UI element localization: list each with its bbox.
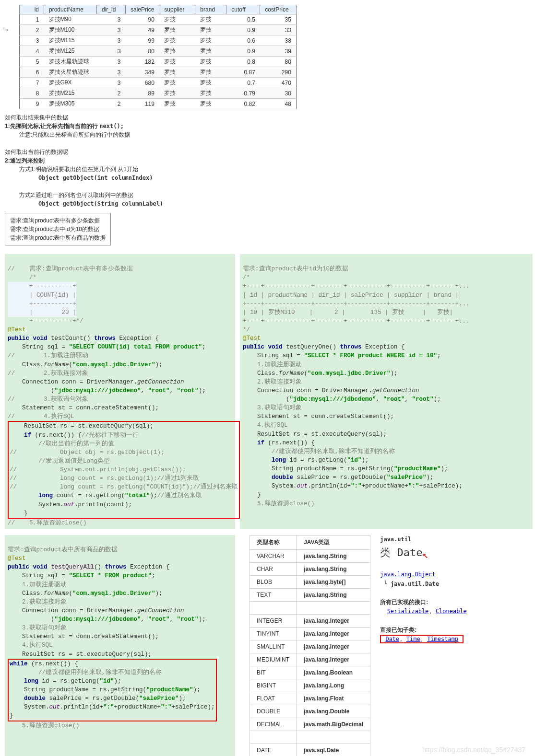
note-a1-prefix: 1:先挪到光标,让光标先指向当前的行 [5, 123, 99, 129]
table-row: 8罗技M215289罗技罗技0.7930 [20, 88, 297, 99]
type-row: BLOBjava.lang.byte[] [250, 575, 370, 588]
table-cell: 680 [126, 78, 159, 88]
table-cell: 罗技 [159, 99, 195, 109]
table-row: 3罗技M115399罗技罗技0.638 [20, 35, 297, 46]
type-cell: BLOB [250, 575, 297, 588]
method2-label: 方式2:通过唯一的列名也可以取出列中的数据 [19, 191, 530, 199]
type-cell [250, 731, 297, 744]
next-signature: next(); [99, 123, 124, 129]
table-cell: 罗技 [159, 14, 195, 25]
type-cell: DOUBLE [250, 705, 297, 718]
type-cell: java.lang.Integer [297, 614, 370, 627]
javadoc-subclass-box: Date, Time, Timestamp [380, 635, 464, 643]
code-block-testqueryall: 需求:查询product表中所有商品的数据 @Test public void … [5, 535, 235, 756]
table-cell: 罗技 [159, 25, 195, 35]
table-cell: 89 [126, 88, 159, 99]
table-header: brand [195, 5, 226, 14]
table-cell: 90 [126, 14, 159, 25]
type-row: TINYINTjava.lang.Integer [250, 627, 370, 640]
javadoc-pkg: java.util [380, 536, 411, 543]
javadoc-subclass-header: 直接已知子类: [380, 627, 416, 633]
type-row: SMALLINTjava.lang.Integer [250, 640, 370, 653]
link-cloneable[interactable]: Cloneable [436, 608, 467, 615]
type-cell: java.lang.String [297, 549, 370, 562]
type-cell: java.sql.Date [297, 744, 370, 756]
type-col-sql: 类型名称 [250, 535, 297, 549]
type-row: CHARjava.lang.String [250, 562, 370, 575]
type-cell: SMALLINT [250, 640, 297, 653]
method1-sig: Object getObject(int columnIndex) [38, 174, 530, 182]
type-row: BITjava.lang.Boolean [250, 666, 370, 679]
table-cell: 3 [97, 46, 126, 57]
table-cell: 8 [20, 88, 44, 99]
type-row: VARCHARjava.lang.String [250, 549, 370, 562]
highlighted-while-block: while (rs.next()) { //建议都使用列名来取,除非不知道列的名… [8, 659, 217, 721]
type-cell: VARCHAR [250, 549, 297, 562]
table-cell: 罗技 [195, 35, 226, 46]
table-cell: 罗技M125 [44, 46, 97, 57]
table-cell: 0.6 [226, 35, 260, 46]
type-cell: BIGINT [250, 679, 297, 692]
table-cell: 0.79 [226, 88, 260, 99]
table-cell: 罗技木星轨迹球 [44, 57, 97, 67]
table-cell: 0.8 [226, 57, 260, 67]
table-row: 5罗技木星轨迹球3182罗技罗技0.880 [20, 57, 297, 67]
table-cell: 2 [20, 25, 44, 35]
link-time[interactable]: Time [406, 636, 420, 642]
table-cell: 罗技M115 [44, 35, 97, 46]
type-cell: java.lang.Integer [297, 627, 370, 640]
table-cell: 80 [260, 57, 297, 67]
table-cell: 4 [20, 46, 44, 57]
req-3: 需求:查询product表中所有商品的数据 [10, 233, 106, 242]
type-row: TEXTjava.lang.String [250, 588, 370, 601]
type-cell: java.math.BigDecimal [297, 718, 370, 731]
table-cell: 罗技 [195, 99, 226, 109]
table-cell: 0.9 [226, 25, 260, 35]
type-cell: java.lang.Boolean [297, 666, 370, 679]
table-cell: 470 [260, 78, 297, 88]
arrow-up-icon: ↖ [422, 547, 428, 562]
type-cell: TEXT [250, 588, 297, 601]
table-cell: 48 [260, 99, 297, 109]
table-cell: 罗技G9X [44, 78, 97, 88]
type-cell: java.lang.Long [297, 679, 370, 692]
type-cell: FLOAT [250, 692, 297, 705]
type-cell: java.lang.Integer [297, 640, 370, 653]
javadoc-class-title: 类 Date [380, 547, 422, 558]
table-header: cutoff [226, 5, 260, 14]
table-cell: 0.7 [226, 78, 260, 88]
type-mapping-panel: 类型名称 JAVA类型 VARCHARjava.lang.StringCHARj… [240, 535, 533, 756]
type-row [250, 731, 370, 744]
method2-sig: Object getObject(String columnLabel) [38, 199, 530, 208]
requirements-box: 需求:查询product表中有多少条数据 需求:查询product表中id为10… [5, 213, 111, 245]
table-cell: 290 [260, 67, 297, 78]
table-header: salePrice [126, 5, 159, 14]
type-cell: java.lang.Integer [297, 653, 370, 666]
table-cell: 罗技 [195, 46, 226, 57]
highlighted-resultset-block: ResultSet rs = st.executeQuery(sql); if … [8, 421, 240, 518]
table-cell: 罗技火星轨迹球 [44, 67, 97, 78]
type-cell: TINYINT [250, 627, 297, 640]
table-row: 4罗技M125380罗技罗技0.939 [20, 46, 297, 57]
type-cell: java.lang.byte[] [297, 575, 370, 588]
table-cell: 罗技 [195, 67, 226, 78]
javadoc-parent-link[interactable]: java.lang.Object [380, 571, 436, 578]
type-cell [297, 601, 370, 614]
link-timestamp[interactable]: Timestamp [427, 636, 458, 642]
method1-label: 方式1:明确说明要取出的值在第几个列 从1开始 [19, 165, 530, 174]
table-cell: 3 [97, 78, 126, 88]
req-1: 需求:查询product表中有多少条数据 [10, 216, 106, 225]
table-header: id [20, 5, 44, 14]
javadoc-interfaces-header: 所有已实现的接口: [380, 599, 428, 605]
arrow-icon: → [1, 25, 10, 35]
table-cell: 30 [260, 88, 297, 99]
type-cell: java.lang.Double [297, 705, 370, 718]
type-cell: java.lang.String [297, 588, 370, 601]
table-row: 2罗技M100349罗技罗技0.933 [20, 25, 297, 35]
link-serializable[interactable]: Serializable [387, 608, 429, 615]
table-cell: 3 [97, 67, 126, 78]
table-cell: 3 [97, 25, 126, 35]
table-cell: 3 [97, 57, 126, 67]
link-date[interactable]: Date [385, 636, 399, 642]
note-q1: 如何取出结果集中的数据 [5, 113, 530, 122]
